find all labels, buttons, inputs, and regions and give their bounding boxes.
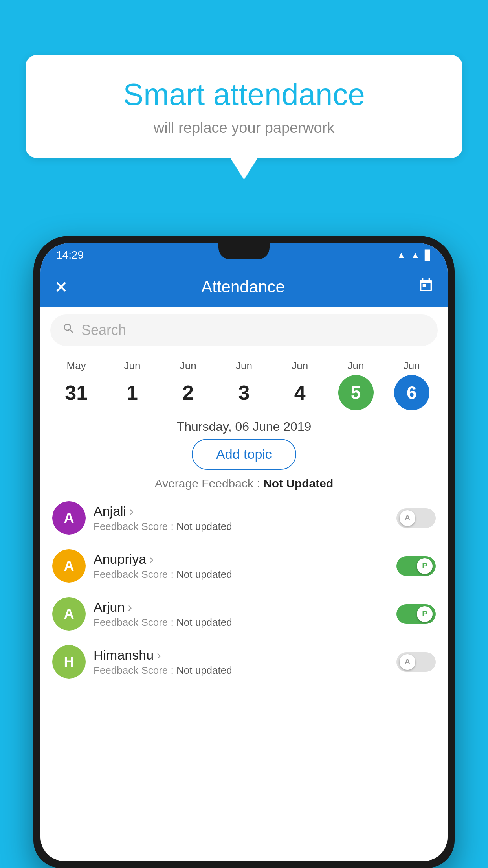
battery-icon: ▊ (425, 250, 432, 261)
cal-day-6[interactable]: Jun 6 (390, 360, 433, 410)
bubble-title: Smart attendance (49, 77, 439, 112)
wifi-icon: ▲ (396, 250, 406, 261)
toggle-knob-himanshu: A (400, 654, 415, 670)
student-item-anjali: A Anjali Feedback Score : Not updated A (48, 494, 440, 542)
student-name-arjun[interactable]: Arjun (94, 600, 389, 615)
cal-day-0[interactable]: May 31 (55, 360, 98, 410)
calendar-strip: May 31 Jun 1 Jun 2 Jun 3 Jun 4 Jun 5 (40, 354, 448, 412)
student-feedback-arjun: Feedback Score : Not updated (94, 616, 389, 629)
cal-day-4[interactable]: Jun 4 (278, 360, 321, 410)
attendance-toggle-anjali[interactable]: A (396, 508, 436, 528)
student-name-anupriya[interactable]: Anupriya (94, 552, 389, 567)
status-time: 14:29 (56, 249, 84, 261)
cal-day-2[interactable]: Jun 2 (167, 360, 210, 410)
toggle-knob-anupriya: P (417, 558, 433, 574)
student-info-anjali[interactable]: Anjali Feedback Score : Not updated (94, 504, 389, 533)
calendar-icon[interactable] (418, 278, 434, 297)
search-bar[interactable]: Search (50, 314, 438, 346)
speech-bubble: Smart attendance will replace your paper… (26, 55, 462, 158)
average-feedback: Average Feedback : Not Updated (40, 477, 448, 490)
attendance-toggle-anupriya[interactable]: P (396, 556, 436, 576)
search-input[interactable]: Search (81, 322, 126, 338)
attendance-toggle-himanshu[interactable]: A (396, 652, 436, 672)
speech-bubble-container: Smart attendance will replace your paper… (26, 55, 462, 158)
bubble-subtitle: will replace your paperwork (49, 120, 439, 136)
avatar-arjun: A (52, 597, 86, 631)
cal-day-5[interactable]: Jun 5 (334, 360, 378, 410)
student-item-anupriya: A Anupriya Feedback Score : Not updated … (48, 542, 440, 590)
student-info-arjun[interactable]: Arjun Feedback Score : Not updated (94, 600, 389, 629)
app-header: ✕ Attendance (40, 267, 448, 307)
student-feedback-himanshu: Feedback Score : Not updated (94, 664, 389, 677)
close-button[interactable]: ✕ (54, 278, 68, 297)
add-topic-button[interactable]: Add topic (192, 439, 296, 470)
header-title: Attendance (80, 278, 406, 296)
student-feedback-anjali: Feedback Score : Not updated (94, 520, 389, 533)
avatar-anjali: A (52, 501, 86, 535)
student-item-himanshu: H Himanshu Feedback Score : Not updated … (48, 638, 440, 686)
toggle-knob-arjun: P (417, 606, 433, 622)
student-name-himanshu[interactable]: Himanshu (94, 647, 389, 663)
status-icons: ▲ ▲ ▊ (396, 250, 432, 261)
phone-notch (218, 243, 270, 259)
search-icon (62, 322, 75, 338)
student-item-arjun: A Arjun Feedback Score : Not updated P (48, 590, 440, 638)
phone-frame: 14:29 ▲ ▲ ▊ ✕ Attendance S (33, 236, 455, 868)
avatar-anupriya: A (52, 549, 86, 583)
student-info-himanshu[interactable]: Himanshu Feedback Score : Not updated (94, 647, 389, 677)
student-name-anjali[interactable]: Anjali (94, 504, 389, 519)
phone-inner: 14:29 ▲ ▲ ▊ ✕ Attendance S (40, 243, 448, 861)
signal-icon: ▲ (411, 250, 420, 261)
student-feedback-anupriya: Feedback Score : Not updated (94, 568, 389, 581)
attendance-toggle-arjun[interactable]: P (396, 604, 436, 624)
cal-day-3[interactable]: Jun 3 (222, 360, 266, 410)
toggle-knob-anjali: A (400, 510, 415, 526)
selected-date-label: Thursday, 06 June 2019 (40, 419, 448, 434)
student-list: A Anjali Feedback Score : Not updated A … (40, 494, 448, 686)
avatar-himanshu: H (52, 645, 86, 679)
student-info-anupriya[interactable]: Anupriya Feedback Score : Not updated (94, 552, 389, 581)
cal-day-1[interactable]: Jun 1 (110, 360, 154, 410)
